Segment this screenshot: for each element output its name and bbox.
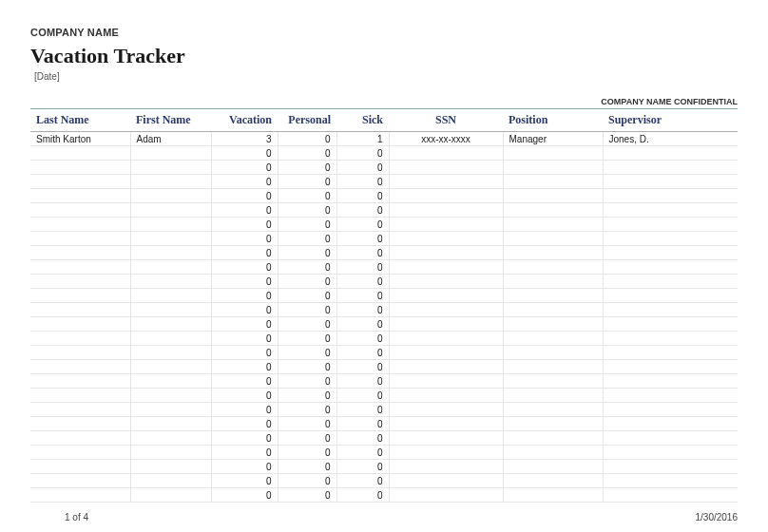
col-last-name: Last Name xyxy=(30,109,130,132)
page-number: 1 of 4 xyxy=(65,512,88,522)
table-row: 000 xyxy=(30,218,738,232)
cell-first-name xyxy=(130,260,211,275)
cell-first-name xyxy=(130,246,211,260)
cell-last-name xyxy=(30,488,130,503)
cell-supervisor xyxy=(603,332,738,346)
cell-position xyxy=(503,460,603,474)
cell-first-name xyxy=(130,346,211,360)
cell-last-name xyxy=(30,303,130,317)
col-personal: Personal xyxy=(278,109,336,132)
cell-position xyxy=(503,289,603,303)
cell-vacation: 0 xyxy=(211,374,278,389)
table-row: 000 xyxy=(30,360,738,374)
table-row: 000 xyxy=(30,460,738,474)
cell-first-name xyxy=(130,360,211,374)
table-row: 000 xyxy=(30,260,738,275)
cell-position xyxy=(503,317,603,332)
cell-vacation: 3 xyxy=(211,132,278,146)
cell-ssn xyxy=(389,474,503,488)
cell-sick: 0 xyxy=(336,417,389,431)
cell-ssn xyxy=(389,303,503,317)
cell-supervisor xyxy=(603,203,738,218)
cell-sick: 0 xyxy=(336,360,389,374)
cell-vacation: 0 xyxy=(211,275,278,289)
cell-position xyxy=(503,474,603,488)
cell-position xyxy=(503,218,603,232)
cell-ssn xyxy=(389,175,503,189)
cell-last-name xyxy=(30,360,130,374)
cell-supervisor xyxy=(603,474,738,488)
cell-ssn: xxx-xx-xxxx xyxy=(389,132,503,146)
cell-last-name xyxy=(30,218,130,232)
cell-last-name xyxy=(30,203,130,218)
cell-supervisor xyxy=(603,289,738,303)
cell-personal: 0 xyxy=(278,488,336,503)
cell-ssn xyxy=(389,460,503,474)
cell-supervisor xyxy=(603,460,738,474)
cell-personal: 0 xyxy=(278,332,336,346)
cell-first-name xyxy=(130,417,211,431)
cell-personal: 0 xyxy=(278,346,336,360)
cell-supervisor xyxy=(603,417,738,431)
cell-last-name xyxy=(30,260,130,275)
cell-supervisor xyxy=(603,246,738,260)
cell-sick: 0 xyxy=(336,260,389,275)
col-first-name: First Name xyxy=(130,109,211,132)
cell-position xyxy=(503,389,603,403)
table-row: 000 xyxy=(30,389,738,403)
cell-vacation: 0 xyxy=(211,403,278,417)
cell-vacation: 0 xyxy=(211,446,278,460)
cell-vacation: 0 xyxy=(211,232,278,246)
table-row: 000 xyxy=(30,289,738,303)
col-position: Position xyxy=(503,109,603,132)
cell-first-name xyxy=(130,146,211,161)
cell-ssn xyxy=(389,446,503,460)
cell-position xyxy=(503,446,603,460)
confidential-label: COMPANY NAME CONFIDENTIAL xyxy=(30,97,738,108)
cell-vacation: 0 xyxy=(211,431,278,446)
cell-position xyxy=(503,275,603,289)
cell-personal: 0 xyxy=(278,218,336,232)
cell-first-name xyxy=(130,232,211,246)
table-row: 000 xyxy=(30,431,738,446)
table-row: 000 xyxy=(30,232,738,246)
cell-first-name xyxy=(130,332,211,346)
cell-sick: 0 xyxy=(336,218,389,232)
cell-sick: 0 xyxy=(336,403,389,417)
cell-supervisor xyxy=(603,232,738,246)
table-row: Smith KartonAdam301xxx-xx-xxxxManagerJon… xyxy=(30,132,738,146)
cell-last-name xyxy=(30,289,130,303)
cell-supervisor xyxy=(603,446,738,460)
table-row: 000 xyxy=(30,474,738,488)
cell-sick: 0 xyxy=(336,161,389,175)
cell-supervisor xyxy=(603,346,738,360)
cell-vacation: 0 xyxy=(211,289,278,303)
cell-ssn xyxy=(389,403,503,417)
cell-personal: 0 xyxy=(278,446,336,460)
cell-sick: 0 xyxy=(336,232,389,246)
cell-first-name xyxy=(130,203,211,218)
cell-personal: 0 xyxy=(278,289,336,303)
cell-ssn xyxy=(389,146,503,161)
cell-first-name xyxy=(130,403,211,417)
cell-vacation: 0 xyxy=(211,389,278,403)
cell-personal: 0 xyxy=(278,132,336,146)
cell-sick: 0 xyxy=(336,275,389,289)
cell-sick: 0 xyxy=(336,474,389,488)
cell-first-name xyxy=(130,303,211,317)
cell-first-name xyxy=(130,175,211,189)
cell-first-name xyxy=(130,431,211,446)
table-row: 000 xyxy=(30,161,738,175)
cell-position xyxy=(503,417,603,431)
cell-last-name xyxy=(30,474,130,488)
cell-position xyxy=(503,175,603,189)
cell-supervisor xyxy=(603,175,738,189)
cell-supervisor xyxy=(603,303,738,317)
cell-first-name xyxy=(130,189,211,203)
cell-position xyxy=(503,161,603,175)
cell-first-name xyxy=(130,460,211,474)
cell-sick: 1 xyxy=(336,132,389,146)
cell-ssn xyxy=(389,161,503,175)
cell-ssn xyxy=(389,203,503,218)
table-body: Smith KartonAdam301xxx-xx-xxxxManagerJon… xyxy=(30,132,738,503)
